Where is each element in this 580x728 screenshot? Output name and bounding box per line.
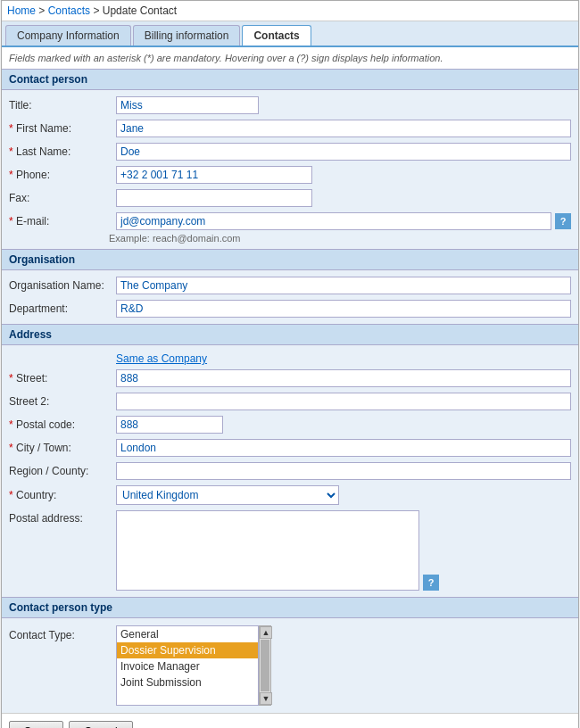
tab-billing-information[interactable]: Billing information xyxy=(133,25,241,46)
email-input-wrapper: ? xyxy=(116,212,571,230)
breadcrumb: Home > Contacts > Update Contact xyxy=(2,1,578,21)
title-input[interactable] xyxy=(116,96,259,114)
country-label: Country: xyxy=(9,489,116,501)
city-input[interactable] xyxy=(116,439,571,457)
breadcrumb-contacts[interactable]: Contacts xyxy=(48,4,90,17)
tab-bar: Company Information Billing information … xyxy=(2,21,578,47)
organisation-section-header: Organisation xyxy=(2,249,578,270)
scroll-down-button[interactable]: ▼ xyxy=(260,692,272,705)
region-label: Region / County: xyxy=(9,465,116,477)
postal-code-input[interactable] xyxy=(116,416,223,434)
breadcrumb-home[interactable]: Home xyxy=(7,4,36,17)
phone-row: Phone: xyxy=(2,163,578,186)
street-label: Street: xyxy=(9,372,116,385)
department-input-wrapper xyxy=(116,300,571,318)
contact-person-section-header: Contact person xyxy=(2,69,578,90)
contact-type-section: Contact Type: General Dossier Supervisio… xyxy=(2,618,578,713)
phone-input[interactable] xyxy=(116,166,312,184)
listbox-item-general[interactable]: General xyxy=(117,626,258,642)
street2-input[interactable] xyxy=(116,393,571,410)
contact-person-type-section-header: Contact person type xyxy=(2,597,578,618)
first-name-label: First Name: xyxy=(9,122,116,135)
last-name-label: Last Name: xyxy=(9,145,116,158)
region-input-wrapper xyxy=(116,462,571,480)
address-form: Same as Company Street: Street 2: Postal… xyxy=(2,345,578,597)
contact-type-row: Contact Type: General Dossier Supervisio… xyxy=(2,622,578,709)
phone-input-wrapper xyxy=(116,166,571,184)
address-section-header: Address xyxy=(2,324,578,345)
fax-input[interactable] xyxy=(116,189,312,207)
department-row: Department: xyxy=(2,297,578,320)
street2-label: Street 2: xyxy=(9,395,116,408)
save-button[interactable]: Save xyxy=(9,721,63,728)
org-name-row: Organisation Name: xyxy=(2,274,578,297)
button-row: Save Cancel xyxy=(2,713,578,728)
city-label: City / Town: xyxy=(9,442,116,454)
last-name-input-wrapper xyxy=(116,143,571,161)
postal-code-input-wrapper xyxy=(116,416,571,434)
tab-company-information[interactable]: Company Information xyxy=(5,25,131,46)
listbox-item-dossier-supervision[interactable]: Dossier Supervision xyxy=(117,642,258,658)
contact-type-inner: General Dossier Supervision Invoice Mana… xyxy=(116,625,271,706)
city-row: City / Town: xyxy=(2,436,578,459)
info-text: Fields marked with an asterisk (*) are m… xyxy=(2,47,578,69)
postal-address-input[interactable] xyxy=(116,510,419,591)
street2-row: Street 2: xyxy=(2,390,578,413)
listbox-item-invoice-manager[interactable]: Invoice Manager xyxy=(117,658,258,674)
first-name-input[interactable] xyxy=(116,120,571,137)
tab-contacts[interactable]: Contacts xyxy=(242,25,311,46)
listbox-item-joint-submission[interactable]: Joint Submission xyxy=(117,674,258,691)
contact-person-form: Title: First Name: Last Name: Phone: Fax… xyxy=(2,90,578,249)
title-label: Title: xyxy=(9,99,116,112)
postal-code-label: Postal code: xyxy=(9,418,116,431)
department-label: Department: xyxy=(9,302,116,315)
org-name-label: Organisation Name: xyxy=(9,279,116,292)
region-row: Region / County: xyxy=(2,459,578,483)
postal-help-wrapper: ? xyxy=(423,575,439,591)
postal-address-help-button[interactable]: ? xyxy=(423,575,439,591)
city-input-wrapper xyxy=(116,439,571,457)
country-select[interactable]: United Kingdom France Germany Belgium Ne… xyxy=(116,485,339,505)
org-name-input[interactable] xyxy=(116,277,571,294)
last-name-input[interactable] xyxy=(116,143,571,161)
postal-address-row: Postal address: ? xyxy=(2,508,578,593)
title-input-wrapper xyxy=(116,96,571,114)
cancel-button[interactable]: Cancel xyxy=(69,721,132,728)
postal-address-label: Postal address: xyxy=(9,510,116,525)
scroll-thumb[interactable] xyxy=(261,640,269,691)
phone-label: Phone: xyxy=(9,169,116,181)
country-row: Country: United Kingdom France Germany B… xyxy=(2,483,578,508)
street-input-wrapper xyxy=(116,369,571,387)
contact-type-listbox[interactable]: General Dossier Supervision Invoice Mana… xyxy=(116,625,259,706)
email-input[interactable] xyxy=(116,212,551,230)
street2-input-wrapper xyxy=(116,393,571,410)
fax-label: Fax: xyxy=(9,192,116,204)
title-row: Title: xyxy=(2,94,578,117)
fax-row: Fax: xyxy=(2,186,578,210)
same-as-company-link[interactable]: Same as Company xyxy=(116,352,207,365)
first-name-input-wrapper xyxy=(116,120,571,137)
organisation-form: Organisation Name: Department: xyxy=(2,270,578,324)
email-help-button[interactable]: ? xyxy=(555,213,571,229)
same-as-company-wrapper: Same as Company xyxy=(2,349,578,367)
first-name-row: First Name: xyxy=(2,117,578,140)
scroll-up-button[interactable]: ▲ xyxy=(260,626,272,639)
contact-type-label: Contact Type: xyxy=(9,625,116,641)
email-hint: Example: reach@domain.com xyxy=(2,233,578,245)
last-name-row: Last Name: xyxy=(2,140,578,163)
org-name-input-wrapper xyxy=(116,277,571,294)
fax-input-wrapper xyxy=(116,189,571,207)
postal-code-row: Postal code: xyxy=(2,413,578,436)
department-input[interactable] xyxy=(116,300,571,318)
street-row: Street: xyxy=(2,367,578,390)
street-input[interactable] xyxy=(116,369,571,387)
email-row: E-mail: ? xyxy=(2,210,578,233)
breadcrumb-current: Update Contact xyxy=(103,4,177,17)
email-label: E-mail: xyxy=(9,215,116,228)
listbox-scrollbar[interactable]: ▲ ▼ xyxy=(259,625,271,706)
region-input[interactable] xyxy=(116,462,571,480)
